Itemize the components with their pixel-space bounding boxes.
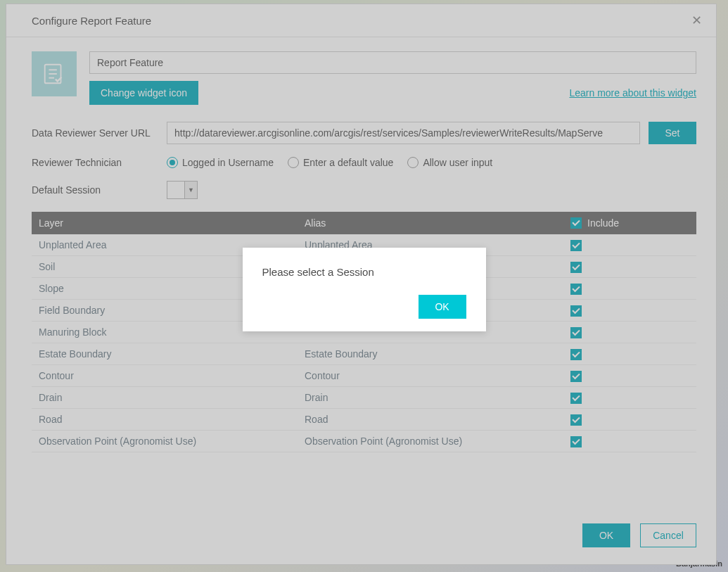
modal-ok-button[interactable]: OK [419, 295, 466, 319]
modal-footer: OK [262, 295, 466, 319]
modal-message: Please select a Session [262, 266, 466, 278]
alert-modal: Please select a Session OK [243, 248, 486, 331]
